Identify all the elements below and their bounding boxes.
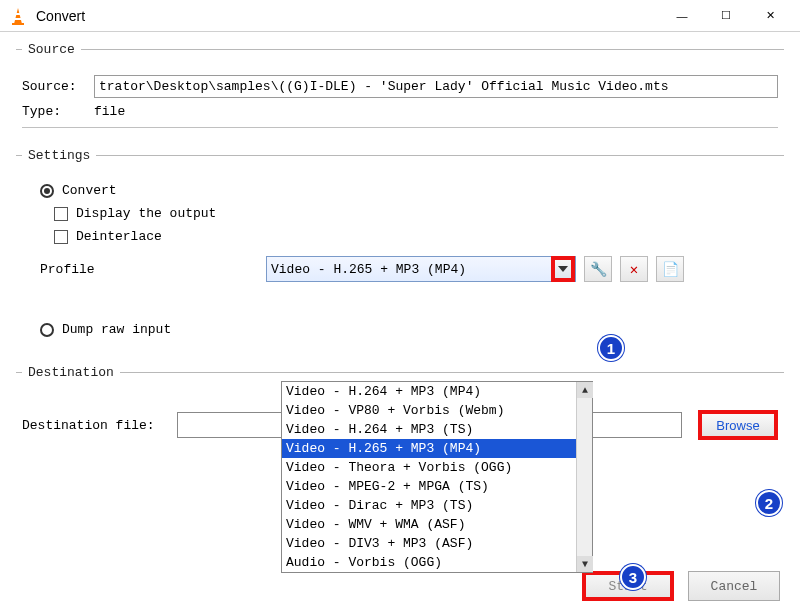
profile-dropdown-list[interactable]: Video - H.264 + MP3 (MP4) Video - VP80 +… xyxy=(281,381,593,573)
checkbox-icon xyxy=(54,207,68,221)
display-output-label: Display the output xyxy=(76,206,216,221)
profile-selected-value: Video - H.265 + MP3 (MP4) xyxy=(271,262,466,277)
profile-dropdown-button[interactable] xyxy=(551,256,575,282)
deinterlace-label: Deinterlace xyxy=(76,229,162,244)
radio-dot-icon xyxy=(40,323,54,337)
profile-row: Profile Video - H.265 + MP3 (MP4) 🔧 ✕ 📄 xyxy=(40,256,778,282)
type-label: Type: xyxy=(22,104,94,119)
titlebar: Convert — ☐ ✕ xyxy=(0,0,800,32)
window-title: Convert xyxy=(36,8,660,24)
svg-rect-1 xyxy=(12,23,24,25)
profile-option[interactable]: Audio - Vorbis (OGG) xyxy=(282,553,592,572)
annotation-callout-1: 1 xyxy=(598,335,624,361)
browse-button-label: Browse xyxy=(716,418,759,433)
cancel-button-label: Cancel xyxy=(711,579,758,594)
delete-profile-button[interactable]: ✕ xyxy=(620,256,648,282)
browse-button[interactable]: Browse xyxy=(698,410,778,440)
minimize-button[interactable]: — xyxy=(660,0,704,32)
profile-option[interactable]: Video - H.264 + MP3 (TS) xyxy=(282,420,592,439)
destination-legend: Destination xyxy=(22,365,120,380)
profile-option[interactable]: Video - WMV + WMA (ASF) xyxy=(282,515,592,534)
settings-legend: Settings xyxy=(22,148,96,163)
dump-raw-label: Dump raw input xyxy=(62,322,171,337)
settings-group: Settings Convert Display the output Dein… xyxy=(16,148,784,351)
deinterlace-checkbox[interactable]: Deinterlace xyxy=(54,229,778,244)
source-group: Source Source: trator\Desktop\samples\((… xyxy=(16,42,784,134)
vlc-cone-icon xyxy=(8,6,28,26)
svg-marker-0 xyxy=(14,8,22,24)
scroll-up-icon[interactable]: ▲ xyxy=(577,382,593,398)
dropdown-scrollbar[interactable]: ▲ ▼ xyxy=(576,382,592,572)
delete-icon: ✕ xyxy=(630,261,638,278)
scroll-down-icon[interactable]: ▼ xyxy=(577,556,593,572)
svg-rect-2 xyxy=(16,13,21,15)
svg-rect-3 xyxy=(15,18,22,20)
display-output-checkbox[interactable]: Display the output xyxy=(54,206,778,221)
profile-option[interactable]: Video - H.264 + MP3 (MP4) xyxy=(282,382,592,401)
source-path-field[interactable]: trator\Desktop\samples\((G)I-DLE) - 'Sup… xyxy=(94,75,778,98)
source-label: Source: xyxy=(22,79,94,94)
convert-radio-label: Convert xyxy=(62,183,117,198)
divider xyxy=(22,127,778,128)
dialog-buttons: Start Cancel xyxy=(582,571,780,601)
profile-option-selected[interactable]: Video - H.265 + MP3 (MP4) xyxy=(282,439,592,458)
profile-option[interactable]: Video - DIV3 + MP3 (ASF) xyxy=(282,534,592,553)
annotation-callout-3: 3 xyxy=(620,564,646,590)
new-profile-icon: 📄 xyxy=(662,261,679,278)
edit-profile-button[interactable]: 🔧 xyxy=(584,256,612,282)
profile-label: Profile xyxy=(40,262,266,277)
profile-option[interactable]: Video - Dirac + MP3 (TS) xyxy=(282,496,592,515)
convert-radio[interactable]: Convert xyxy=(40,183,778,198)
radio-dot-icon xyxy=(40,184,54,198)
new-profile-button[interactable]: 📄 xyxy=(656,256,684,282)
profile-option[interactable]: Video - Theora + Vorbis (OGG) xyxy=(282,458,592,477)
annotation-callout-2: 2 xyxy=(756,490,782,516)
profile-option[interactable]: Video - MPEG-2 + MPGA (TS) xyxy=(282,477,592,496)
wrench-icon: 🔧 xyxy=(590,261,607,278)
dump-raw-radio[interactable]: Dump raw input xyxy=(40,322,778,337)
checkbox-icon xyxy=(54,230,68,244)
type-value: file xyxy=(94,104,125,119)
cancel-button[interactable]: Cancel xyxy=(688,571,780,601)
close-button[interactable]: ✕ xyxy=(748,0,792,32)
source-legend: Source xyxy=(22,42,81,57)
profile-combobox[interactable]: Video - H.265 + MP3 (MP4) xyxy=(266,256,576,282)
destination-file-label: Destination file: xyxy=(22,418,177,433)
profile-option[interactable]: Video - VP80 + Vorbis (Webm) xyxy=(282,401,592,420)
maximize-button[interactable]: ☐ xyxy=(704,0,748,32)
